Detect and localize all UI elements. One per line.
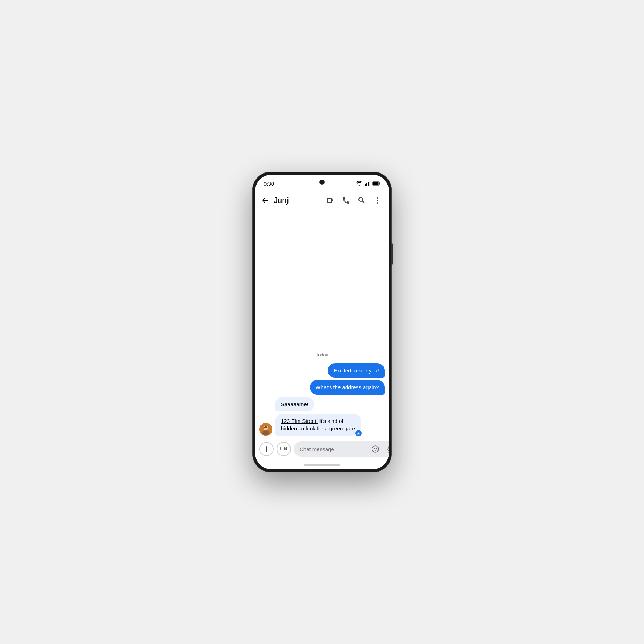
home-indicator	[255, 462, 389, 469]
message-input[interactable]	[299, 446, 367, 452]
media-button[interactable]	[277, 442, 291, 456]
svg-rect-1	[366, 183, 367, 186]
status-icons	[356, 181, 380, 186]
power-button	[391, 243, 393, 265]
mic-icon	[386, 445, 389, 453]
emoji-icon	[371, 445, 379, 453]
message-text: Saaaaame!	[281, 401, 308, 407]
svg-rect-16	[281, 447, 285, 450]
svg-rect-3	[370, 181, 371, 186]
svg-rect-5	[380, 183, 380, 184]
date-divider: Today	[259, 352, 385, 357]
plus-icon	[263, 445, 270, 453]
message-row: Saaaaame!	[259, 397, 385, 411]
bubble-with-star-wrapper: 123 Elm Street. It's kind of hidden so l…	[275, 414, 361, 436]
app-bar-actions	[323, 193, 385, 208]
message-text: What's the address again?	[316, 384, 379, 390]
media-icon	[280, 445, 287, 453]
camera-notch	[319, 180, 325, 185]
home-bar	[304, 464, 340, 466]
video-call-button[interactable]	[323, 193, 337, 208]
wifi-icon	[356, 181, 362, 186]
svg-point-8	[377, 200, 378, 201]
svg-rect-20	[389, 446, 389, 449]
svg-rect-2	[368, 182, 369, 186]
status-time: 9:30	[264, 181, 274, 187]
svg-point-12	[262, 430, 269, 435]
svg-rect-0	[365, 184, 366, 186]
back-button[interactable]	[258, 193, 272, 208]
message-text: Excited to see you!	[333, 367, 379, 374]
messages-list: Excited to see you! What's the address a…	[259, 363, 385, 439]
message-bubble[interactable]: What's the address again?	[310, 380, 385, 395]
battery-icon	[372, 181, 380, 186]
emoji-button[interactable]	[369, 443, 382, 455]
add-button[interactable]	[259, 442, 274, 456]
input-bar	[255, 439, 389, 462]
svg-point-9	[377, 202, 378, 204]
svg-rect-6	[373, 182, 379, 185]
svg-point-7	[377, 197, 378, 199]
search-button[interactable]	[355, 193, 369, 208]
more-icon	[373, 196, 382, 205]
back-icon	[261, 196, 269, 205]
app-bar: Junji	[255, 190, 389, 210]
avatar	[259, 423, 272, 436]
svg-point-18	[374, 448, 375, 449]
star-badge[interactable]: ★	[355, 429, 362, 437]
message-bubble[interactable]: Excited to see you!	[328, 363, 385, 378]
message-bubble[interactable]: Saaaaame!	[275, 397, 314, 411]
phone-call-button[interactable]	[339, 193, 353, 208]
video-icon	[326, 196, 335, 205]
phone-screen: 9:30	[255, 175, 389, 469]
more-options-button[interactable]	[370, 193, 385, 208]
message-row: 123 Elm Street. It's kind of hidden so l…	[259, 414, 385, 436]
message-row: Excited to see you!	[259, 363, 385, 378]
phone-icon	[342, 196, 350, 205]
message-input-wrapper	[294, 441, 389, 457]
svg-point-19	[376, 448, 377, 449]
mic-button[interactable]	[383, 443, 389, 455]
message-row: What's the address again?	[259, 380, 385, 395]
message-bubble[interactable]: 123 Elm Street. It's kind of hidden so l…	[275, 414, 361, 436]
messages-area: Today Excited to see you! What's the add…	[255, 210, 389, 439]
contact-name: Junji	[274, 196, 323, 205]
message-address: 123 Elm Street.	[281, 418, 318, 424]
signal-icon	[365, 181, 370, 186]
avatar-image	[259, 423, 272, 436]
search-icon	[357, 196, 366, 205]
svg-point-17	[372, 446, 379, 452]
phone-device: 9:30	[252, 172, 392, 472]
